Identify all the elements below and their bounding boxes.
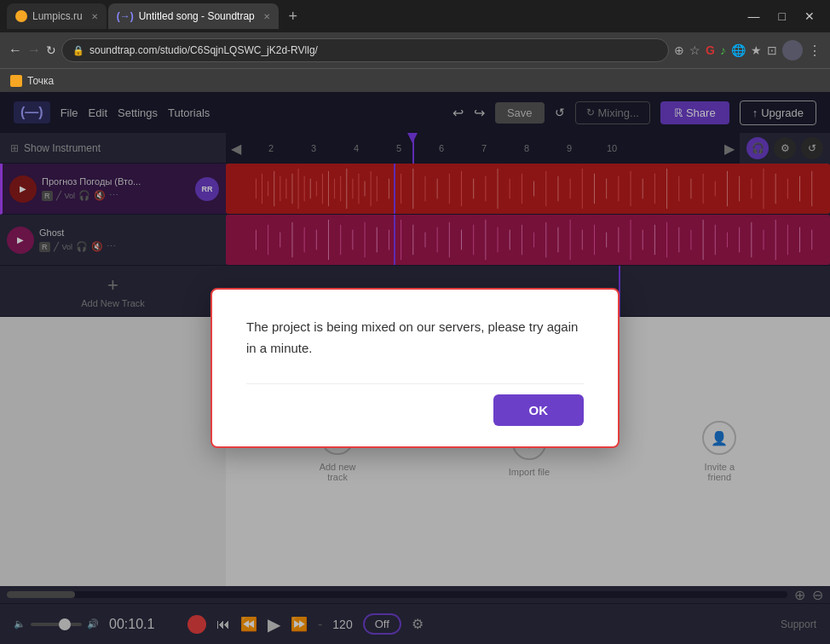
new-tab-button[interactable]: + (280, 3, 306, 29)
lumpics-favicon (15, 10, 27, 22)
bookmark-favicon (10, 75, 22, 87)
ok-button[interactable]: OK (493, 394, 585, 426)
menu-icon[interactable]: ⋮ (808, 43, 821, 59)
star-icon[interactable]: ☆ (689, 43, 700, 57)
extension-icon-4[interactable]: ★ (751, 43, 762, 57)
translate-icon[interactable]: ⊕ (674, 43, 684, 57)
address-bar: ← → ↻ 🔒 soundtrap.com/studio/C6SqjnLQSWC… (0, 32, 830, 68)
forward-button[interactable]: → (27, 43, 41, 58)
url-text: soundtrap.com/studio/C6SqjnLQSWC_jK2d-RV… (89, 44, 318, 56)
app: (—) File Edit Settings Tutorials ↩ ↪ Sav… (0, 92, 830, 644)
soundtrap-tab-label: Untitled song - Soundtrap (139, 10, 255, 22)
extension-icon-1[interactable]: G (706, 43, 715, 57)
avatar[interactable] (782, 40, 803, 60)
extension-icon-2[interactable]: ♪ (720, 43, 726, 57)
dialog-message: The project is being mixed on our server… (246, 317, 584, 359)
browser-chrome: Lumpics.ru ✕ (→) Untitled song - Soundtr… (0, 0, 830, 92)
extension-icon-3[interactable]: 🌐 (731, 43, 746, 57)
tab-lumpics[interactable]: Lumpics.ru ✕ (7, 3, 107, 29)
dialog: The project is being mixed on our server… (210, 288, 620, 448)
url-bar[interactable]: 🔒 soundtrap.com/studio/C6SqjnLQSWC_jK2d-… (61, 38, 669, 62)
soundtrap-favicon: (→) (117, 10, 134, 22)
dialog-footer: OK (246, 383, 584, 426)
back-button[interactable]: ← (9, 43, 22, 58)
extension-icon-5[interactable]: ⊡ (767, 43, 777, 57)
tab-bar: Lumpics.ru ✕ (→) Untitled song - Soundtr… (0, 0, 830, 32)
window-minimize[interactable]: — (740, 9, 769, 23)
window-close[interactable]: ✕ (796, 9, 823, 23)
tab-soundtrap[interactable]: (→) Untitled song - Soundtrap ✕ (108, 3, 279, 29)
lumpics-tab-close[interactable]: ✕ (91, 12, 98, 21)
refresh-button[interactable]: ↻ (46, 43, 56, 57)
bookmark-label[interactable]: Точка (27, 75, 54, 87)
dialog-overlay: The project is being mixed on our server… (0, 92, 830, 644)
lock-icon: 🔒 (72, 45, 84, 56)
lumpics-tab-label: Lumpics.ru (32, 10, 83, 22)
window-maximize[interactable]: □ (770, 9, 794, 23)
soundtrap-tab-close[interactable]: ✕ (263, 12, 270, 21)
bookmark-bar: Точка (0, 68, 830, 92)
